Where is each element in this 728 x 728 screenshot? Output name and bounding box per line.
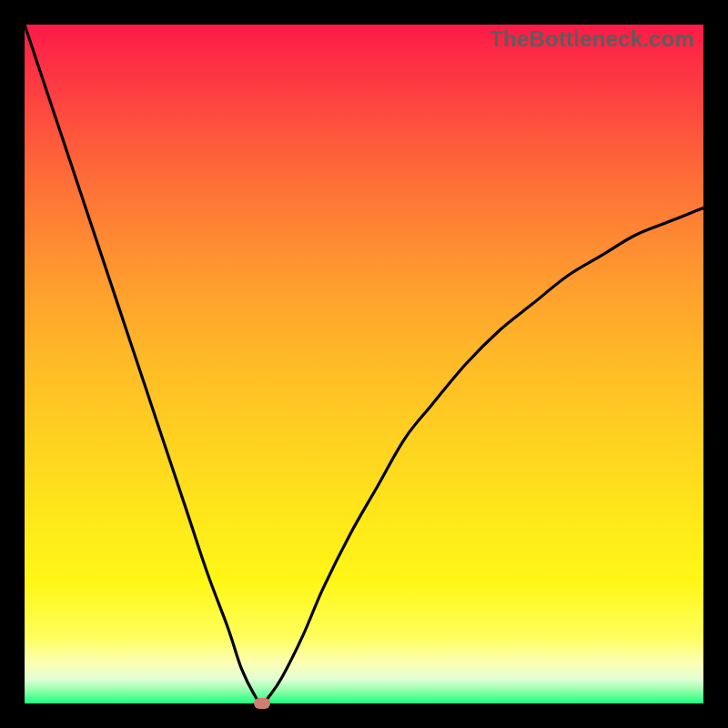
chart-frame: TheBottleneck.com (0, 0, 728, 728)
minimum-marker (254, 698, 270, 709)
plot-area: TheBottleneck.com (25, 25, 703, 703)
bottleneck-curve (25, 25, 703, 703)
